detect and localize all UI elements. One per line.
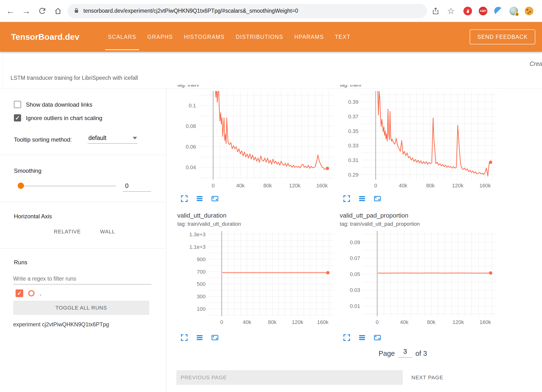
address-bar[interactable]: tensorboard.dev/experiment/cj2vtPiwQHKN9… [68,4,427,18]
lines-icon[interactable] [358,195,366,203]
toggle-all-runs-button[interactable]: TOGGLE ALL RUNS [13,301,149,315]
svg-text:120k: 120k [289,183,301,189]
pagination: Page 3 of 3 [379,348,427,357]
svg-text:900: 900 [197,256,206,262]
run-color-swatch[interactable] [28,290,35,296]
expand-icon[interactable] [343,334,351,342]
circle-extension-icon[interactable] [494,7,503,15]
svg-text:80k: 80k [263,183,272,189]
ignore-outliers-label: Ignore outliers in chart scaling [26,115,102,121]
fit-domain-icon[interactable] [211,334,219,342]
fit-domain-icon[interactable] [373,334,381,342]
axis-step-button[interactable]: STEP [13,224,41,239]
svg-text:500: 500 [197,281,206,287]
svg-text:120k: 120k [452,183,464,189]
svg-text:0: 0 [374,183,377,189]
tab-histograms[interactable]: HISTOGRAMS [179,22,230,52]
avatar-badge: 1 [515,12,519,17]
svg-text:120k: 120k [292,319,304,325]
svg-text:160k: 160k [479,183,491,189]
chart-card-valid-utt-pad-proportion[interactable]: 0.010.030.050.070.09040k80k120k160k vali… [340,211,503,347]
svg-text:0.1: 0.1 [189,103,196,109]
svg-text:100: 100 [197,306,206,312]
tab-text[interactable]: TEXT [329,22,356,52]
refresh-icon[interactable] [36,5,48,17]
abp-icon[interactable]: ABP [479,7,487,15]
svg-text:80k: 80k [426,183,435,189]
nav-tabs: SCALARSGRAPHSHISTOGRAMSDISTRIBUTIONSHPAR… [102,22,356,52]
sidebar-divider [0,202,166,202]
run-name-label: . [40,290,41,297]
expand-icon[interactable] [343,195,351,203]
expand-icon[interactable] [180,195,188,203]
back-icon[interactable]: ← [5,5,16,17]
send-feedback-button[interactable]: SEND FEEDBACK [470,29,535,45]
lines-icon[interactable] [358,334,366,342]
chart-card-top-left[interactable]: 0.040.060.080.1040k80k120k160k tag: trai… [177,88,340,208]
svg-text:0: 0 [376,319,379,325]
chart-canvas: 0.290.310.330.350.370.39040k80k120k160k [340,88,503,208]
lock-icon [73,7,80,15]
svg-text:160k: 160k [316,183,328,189]
show-download-checkbox[interactable] [14,101,21,108]
previous-page-button[interactable]: PREVIOUS PAGE [176,370,403,385]
smoothing-value-input[interactable]: 0 [123,181,151,192]
svg-text:160k: 160k [317,319,329,325]
chart-title: valid_utt_pad_proportion [340,212,408,219]
tab-hparams[interactable]: HPARAMS [289,22,329,52]
page-number-input[interactable]: 3 [398,348,412,357]
axis-wall-button[interactable]: WALL [93,224,122,239]
experiment-description: LSTM transducer training for LibriSpeech… [11,75,138,81]
app-logo: TensorBoard.dev [11,32,79,42]
svg-text:1.3e+3: 1.3e+3 [189,231,206,237]
chart-card-valid-utt-duration[interactable]: 1003005007009001.1e+31.3e+3040k80k120k16… [177,211,340,347]
bookmark-star-icon[interactable]: ☆ [445,5,457,17]
fit-domain-icon[interactable] [211,195,219,203]
smoothing-slider-thumb[interactable] [18,183,24,189]
tooltip-sorting-select[interactable]: default [87,134,138,144]
experiment-id-label: experiment cj2vtPiwQHKN9Q1tx6PTpg [13,321,109,328]
svg-text:0.06: 0.06 [186,144,196,150]
svg-text:0.08: 0.08 [186,123,196,129]
chart-card-top-right[interactable]: 0.290.310.330.350.370.39040k80k120k160k … [340,88,503,208]
check-icon: ✓ [17,290,22,296]
profile-avatar[interactable]: 1 [509,7,518,15]
tab-scalars[interactable]: SCALARS [102,22,142,52]
forward-icon[interactable]: → [21,5,32,17]
url-text[interactable]: tensorboard.dev/experiment/cj2vtPiwQHKN9… [83,8,298,14]
cookie-icon[interactable] [525,7,533,15]
lines-icon[interactable] [196,334,204,342]
sidebar-divider [0,248,166,249]
svg-text:300: 300 [197,294,206,300]
chart-tag: tag: train/valid_utt_duration [177,221,241,227]
adblock-icon[interactable] [463,7,472,15]
tab-graphs[interactable]: GRAPHS [142,22,179,52]
home-icon[interactable] [52,5,64,17]
lines-icon[interactable] [196,195,204,203]
svg-text:0.05: 0.05 [350,271,360,277]
run-checkbox[interactable]: ✓ [16,289,23,297]
ignore-outliers-checkbox[interactable]: ✓ [14,114,21,121]
horizontal-axis-toggle: STEP RELATIVE WALL [13,224,122,239]
clipped-header-text: Crea [530,60,542,67]
axis-relative-button[interactable]: RELATIVE [47,224,87,239]
run-filter-input[interactable] [13,273,151,284]
smoothing-slider-track[interactable] [19,186,116,186]
svg-text:120k: 120k [453,319,464,325]
svg-text:700: 700 [197,269,206,275]
clipped-chart-tag: tag: train/ [340,85,362,88]
tooltip-sorting-value: default [88,134,106,141]
chart-title: valid_utt_duration [177,212,226,219]
fit-domain-icon[interactable] [373,195,381,203]
svg-text:0: 0 [212,183,214,189]
app-header: TensorBoard.dev SCALARSGRAPHSHISTOGRAMSD… [0,22,542,52]
chart-toolbar [343,334,381,342]
expand-icon[interactable] [180,334,188,342]
share-icon[interactable] [430,5,441,17]
tab-distributions[interactable]: DISTRIBUTIONS [230,22,289,52]
svg-text:0.35: 0.35 [348,128,358,134]
next-page-button[interactable]: NEXT PAGE [407,370,448,385]
svg-text:0.09: 0.09 [350,239,360,245]
chart-toolbar [180,334,219,342]
svg-text:160k: 160k [479,319,491,325]
